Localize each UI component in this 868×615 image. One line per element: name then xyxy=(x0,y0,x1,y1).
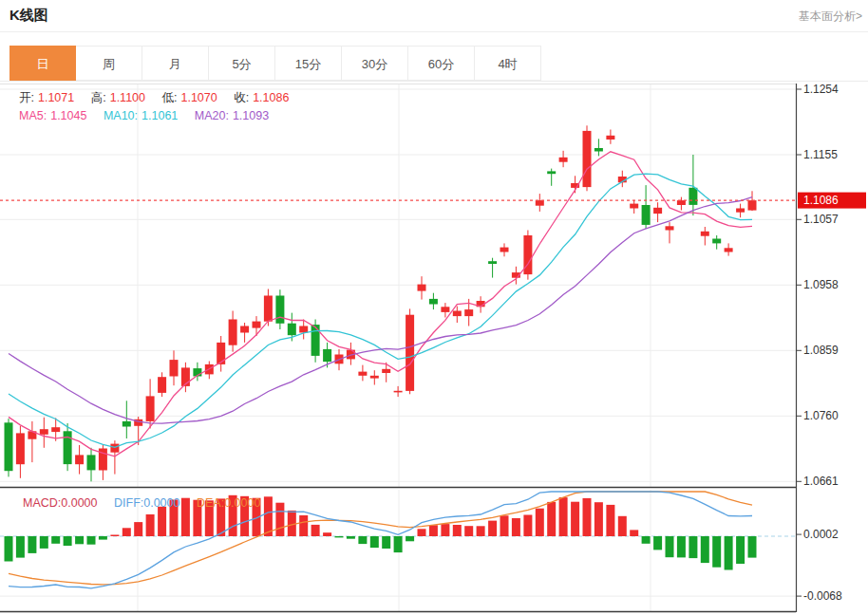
svg-text:0.0002: 0.0002 xyxy=(803,528,839,541)
svg-text:-0.0068: -0.0068 xyxy=(803,589,842,603)
tab-60分[interactable]: 60分 xyxy=(408,46,475,81)
svg-text:1.1057: 1.1057 xyxy=(803,213,839,226)
tab-月[interactable]: 月 xyxy=(142,46,209,81)
svg-text:1.0760: 1.0760 xyxy=(803,409,839,422)
tab-日[interactable]: 日 xyxy=(9,46,76,81)
svg-text:1.0859: 1.0859 xyxy=(803,344,839,357)
fundamental-analysis-link[interactable]: 基本面分析> xyxy=(799,9,862,25)
tab-5分[interactable]: 5分 xyxy=(209,46,275,81)
kline-app: K线图 基本面分析> 日周月5分15分30分60分4时 1.12541.1155… xyxy=(0,0,868,615)
svg-text:1.1086: 1.1086 xyxy=(803,194,839,207)
period-tabbar: 日周月5分15分30分60分4时 xyxy=(9,46,541,81)
tabbar-divider xyxy=(0,81,868,82)
tab-4时[interactable]: 4时 xyxy=(475,46,541,81)
chart-layers: 1.12541.11551.10571.09581.08591.07601.06… xyxy=(0,84,866,612)
page-header: K线图 基本面分析> xyxy=(0,0,868,32)
svg-text:1.0661: 1.0661 xyxy=(803,475,839,488)
page-title: K线图 xyxy=(9,7,48,25)
tab-30分[interactable]: 30分 xyxy=(342,46,408,81)
kline-chart[interactable]: 1.12541.11551.10571.09581.08591.07601.06… xyxy=(0,84,868,615)
tab-周[interactable]: 周 xyxy=(76,46,142,81)
tab-15分[interactable]: 15分 xyxy=(275,46,342,81)
svg-text:1.0958: 1.0958 xyxy=(803,278,839,291)
svg-text:1.1155: 1.1155 xyxy=(803,148,838,161)
svg-text:1.1254: 1.1254 xyxy=(803,84,839,96)
